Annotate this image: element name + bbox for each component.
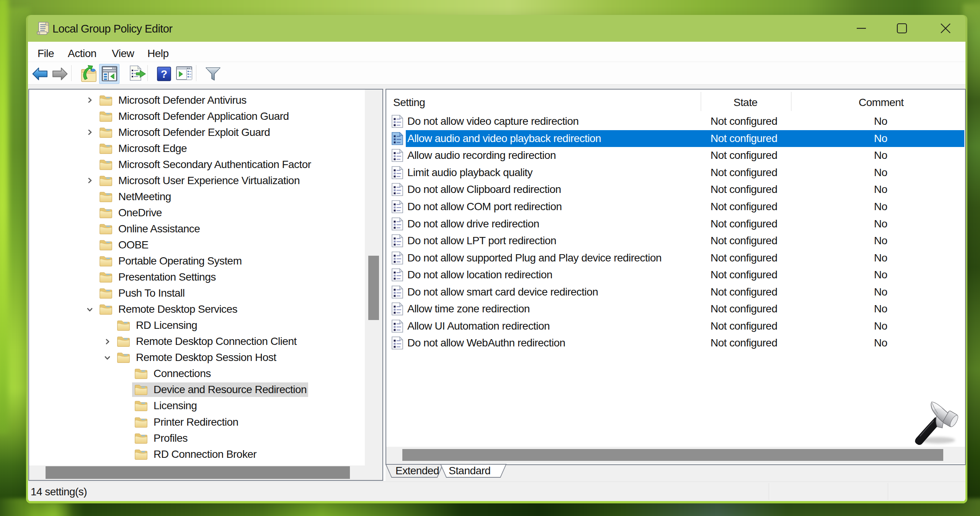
svg-text:?: ? — [161, 68, 167, 80]
